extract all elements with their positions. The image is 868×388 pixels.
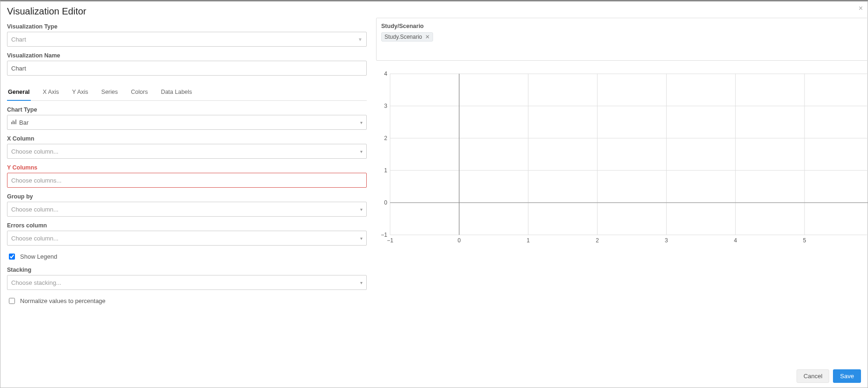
svg-rect-3 [15,120,16,124]
stacking-select[interactable]: Choose stacking... ▾ [7,275,367,290]
chart-preview: −10123456−101234 [376,69,868,247]
chart-svg: −10123456−101234 [376,69,868,247]
group-by-placeholder: Choose column... [11,206,58,213]
chevron-down-icon: ▾ [360,120,363,125]
save-button[interactable]: Save [833,369,861,383]
chart-type-value: Bar [19,119,28,126]
settings-tabs: General X Axis Y Axis Series Colors Data… [7,86,367,101]
x-column-label: X Column [7,135,367,142]
svg-text:3: 3 [665,237,668,244]
x-column-select[interactable]: Choose column... ▾ [7,144,367,159]
modal-title: Visualization Editor [0,1,868,18]
show-legend-label: Show Legend [20,253,57,260]
scenario-chip-text: Study.Scenario [384,34,422,40]
scenario-box: Study/Scenario Study.Scenario ✕ [376,18,868,61]
chevron-down-icon: ▾ [360,280,363,285]
visualization-name-label: Visualization Name [7,52,367,59]
visualization-type-value: Chart [11,36,26,43]
svg-text:5: 5 [803,237,806,244]
svg-text:0: 0 [384,199,387,206]
svg-text:4: 4 [734,237,737,244]
stacking-placeholder: Choose stacking... [11,279,61,286]
close-icon[interactable]: × [859,4,863,13]
svg-text:0: 0 [458,237,461,244]
svg-rect-1 [13,120,14,124]
show-legend-checkbox[interactable] [9,254,15,260]
svg-text:−1: −1 [387,237,393,244]
normalize-label: Normalize values to percentage [20,297,106,304]
y-columns-placeholder: Choose columns... [11,177,62,184]
svg-rect-2 [14,121,15,124]
visualization-type-select[interactable]: Chart ▼ [7,32,367,47]
errors-column-select[interactable]: Choose column... ▾ [7,231,367,246]
chart-type-label: Chart Type [7,106,367,113]
scenario-chip[interactable]: Study.Scenario ✕ [381,32,433,42]
preview-panel: Study/Scenario Study.Scenario ✕ −1012345… [376,18,868,305]
chart-type-select[interactable]: Bar ▾ [7,115,367,130]
svg-text:3: 3 [384,103,387,109]
modal-footer: Cancel Save [797,369,861,383]
close-icon[interactable]: ✕ [425,34,430,40]
errors-column-label: Errors column [7,222,367,229]
tab-data-labels[interactable]: Data Labels [160,86,193,100]
visualization-editor-modal: × Visualization Editor Visualization Typ… [0,0,868,388]
normalize-checkbox[interactable] [9,298,15,304]
svg-text:2: 2 [384,135,387,141]
tab-general[interactable]: General [7,86,31,101]
svg-text:2: 2 [596,237,599,244]
visualization-type-label: Visualization Type [7,23,367,30]
chevron-down-icon: ▼ [358,37,363,42]
errors-column-placeholder: Choose column... [11,235,58,242]
svg-rect-0 [11,122,12,124]
visualization-name-value: Chart [11,65,26,72]
x-column-placeholder: Choose column... [11,148,58,155]
y-columns-label: Y Columns [7,164,367,171]
chevron-down-icon: ▾ [360,207,363,212]
tab-colors[interactable]: Colors [130,86,149,100]
cancel-button[interactable]: Cancel [797,369,829,383]
tab-series[interactable]: Series [100,86,119,100]
chevron-down-icon: ▾ [360,149,363,154]
settings-panel: Visualization Type Chart ▼ Visualization… [7,18,367,305]
tab-y-axis[interactable]: Y Axis [71,86,89,100]
tab-x-axis[interactable]: X Axis [42,86,60,100]
group-by-select[interactable]: Choose column... ▾ [7,202,367,217]
svg-text:4: 4 [384,71,387,77]
y-columns-select[interactable]: Choose columns... [7,173,367,188]
svg-text:1: 1 [526,237,530,244]
chevron-down-icon: ▾ [360,236,363,241]
bar-chart-icon [11,120,16,126]
scenario-label: Study/Scenario [381,23,868,29]
svg-text:1: 1 [384,167,387,174]
svg-text:−1: −1 [381,232,387,238]
stacking-label: Stacking [7,267,367,273]
group-by-label: Group by [7,193,367,200]
visualization-name-input[interactable]: Chart [7,61,367,76]
